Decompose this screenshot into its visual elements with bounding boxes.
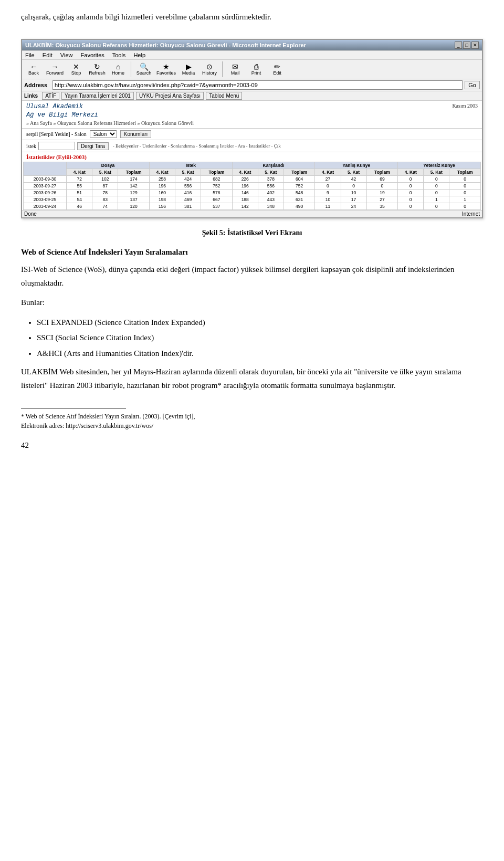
body-paragraph-3: ULAKBİM Web sitesinden, her yıl Mayıs-Ha… <box>21 365 483 392</box>
th-karsilandi: Karşılandı <box>232 162 315 169</box>
home-label: Home <box>112 70 124 76</box>
table-header-row-sub: 4. Kat 5. Kat Toplam 4. Kat 5. Kat Topla… <box>24 169 481 176</box>
table-cell: 102 <box>92 176 118 183</box>
table-cell: 188 <box>232 196 258 203</box>
figure-caption: Şekil 5: İstatistiksel Veri Ekranı <box>21 229 483 237</box>
minimize-button[interactable]: _ <box>455 41 462 49</box>
istek-input[interactable] <box>38 142 75 150</box>
stop-icon: ✕ <box>73 63 79 70</box>
table-cell: 42 <box>341 176 366 183</box>
table-cell: 0 <box>398 203 424 210</box>
print-button[interactable]: ⎙ Print <box>247 62 266 76</box>
table-cell: 752 <box>284 183 315 190</box>
table-cell: 381 <box>175 203 201 210</box>
link-uyku[interactable]: UYKU Projesi Ana Sayfası <box>136 92 204 100</box>
table-cell: 443 <box>258 196 284 203</box>
history-button[interactable]: ⊙ History <box>200 62 219 76</box>
favorites-button[interactable]: ★ Favorites <box>155 62 177 76</box>
th-yt: Toplam <box>366 169 398 176</box>
table-cell: 2003-09-30 <box>24 176 67 183</box>
table-cell: 378 <box>258 176 284 183</box>
table-cell: 2003-09-25 <box>24 196 67 203</box>
stop-button[interactable]: ✕ Stop <box>67 62 86 76</box>
forward-label: Forward <box>46 70 64 76</box>
link-atif[interactable]: ATİF <box>42 92 59 100</box>
table-cell: 142 <box>118 183 150 190</box>
table-cell: 74 <box>92 203 118 210</box>
th-yanlis: Yanlış Künye <box>315 162 398 169</box>
close-button[interactable]: ✕ <box>471 41 479 49</box>
table-cell: 2003-09-24 <box>24 203 67 210</box>
maximize-button[interactable]: □ <box>463 41 470 49</box>
browser-controls[interactable]: _ □ ✕ <box>455 41 479 49</box>
table-cell: 51 <box>67 190 92 196</box>
mail-icon: ✉ <box>232 63 238 70</box>
table-cell: 0 <box>449 203 481 210</box>
mail-button[interactable]: ✉ Mail <box>226 62 245 76</box>
table-cell: 469 <box>175 196 201 203</box>
th-ye5: 5. Kat <box>424 169 449 176</box>
table-cell: 83 <box>92 196 118 203</box>
media-button[interactable]: ▶ Media <box>179 62 198 76</box>
table-cell: 0 <box>398 176 424 183</box>
menu-edit[interactable]: Edit <box>43 52 52 58</box>
salon-select[interactable]: Salon <box>90 130 117 138</box>
go-button[interactable]: Go <box>465 81 480 89</box>
table-cell: 0 <box>449 183 481 190</box>
stats-table-wrapper: Dosya İstek Karşılandı Yanlış Künye Yete… <box>22 162 482 210</box>
table-cell: 2003-09-26 <box>24 190 67 196</box>
table-cell: 27 <box>366 196 398 203</box>
browser-statusbar: Done Internet <box>22 210 482 217</box>
th-i5: 5. Kat <box>175 169 201 176</box>
site-logo: Ulusal Akademik Ağ ve Bilgi Merkezi <box>26 103 478 119</box>
table-cell: 1 <box>424 196 449 203</box>
forward-button[interactable]: → Forward <box>45 62 65 76</box>
toolbar-separator-1 <box>131 61 131 77</box>
home-button[interactable]: ⌂ Home <box>109 62 128 76</box>
table-cell: 0 <box>449 190 481 196</box>
table-cell: 87 <box>92 183 118 190</box>
table-cell: 1 <box>449 196 481 203</box>
table-cell: 258 <box>149 176 175 183</box>
address-input[interactable] <box>52 80 463 90</box>
table-cell: 196 <box>232 183 258 190</box>
stop-label: Stop <box>71 70 81 76</box>
table-cell: 0 <box>398 190 424 196</box>
menu-favorites[interactable]: Favorites <box>81 52 104 58</box>
table-cell: 142 <box>232 203 258 210</box>
table-cell: 55 <box>67 183 92 190</box>
history-label: History <box>202 70 217 76</box>
table-cell: 0 <box>424 190 449 196</box>
table-cell: 631 <box>284 196 315 203</box>
th-ye4: 4. Kat <box>398 169 424 176</box>
back-button[interactable]: ← Back <box>24 62 43 76</box>
table-row: 2003-09-25548313719846966718844363110172… <box>24 196 481 203</box>
konumlari-button[interactable]: Konumları <box>120 130 152 138</box>
print-icon: ⎙ <box>254 63 258 70</box>
search-button[interactable]: 🔍 Search <box>134 62 153 76</box>
refresh-button[interactable]: ↻ Refresh <box>88 62 107 76</box>
table-cell: 604 <box>284 176 315 183</box>
table-cell: 576 <box>201 190 233 196</box>
link-tablod[interactable]: Tablod Menü <box>206 92 242 100</box>
refresh-label: Refresh <box>89 70 106 76</box>
th-y5: 5. Kat <box>341 169 366 176</box>
table-cell: 416 <box>175 190 201 196</box>
browser-window: ULAKBİM: Okuyucu Salonu Referans Hizmetl… <box>21 39 483 218</box>
th-dt: Toplam <box>118 169 150 176</box>
menu-tools[interactable]: Tools <box>112 52 126 58</box>
table-cell: 156 <box>149 203 175 210</box>
table-cell: 174 <box>118 176 150 183</box>
table-cell: 0 <box>424 183 449 190</box>
menu-view[interactable]: View <box>60 52 73 58</box>
dergi-button[interactable]: Dergi Tara <box>77 142 109 150</box>
table-cell: 10 <box>341 190 366 196</box>
link-yayin[interactable]: Yayın Tarama İşlemleri 2001 <box>61 92 134 100</box>
edit-button[interactable]: ✏ Edit <box>268 62 287 76</box>
user-label: serpil [Serpil Yetkin] - Salon <box>26 131 87 137</box>
menu-help[interactable]: Help <box>133 52 145 58</box>
menu-file[interactable]: File <box>25 52 35 58</box>
section-heading: Web of Science Atıf İndeksleri Yayın Sır… <box>21 248 483 257</box>
site-header: Kasım 2003 Ulusal Akademik Ağ ve Bilgi M… <box>22 101 482 129</box>
table-cell: 556 <box>258 183 284 190</box>
